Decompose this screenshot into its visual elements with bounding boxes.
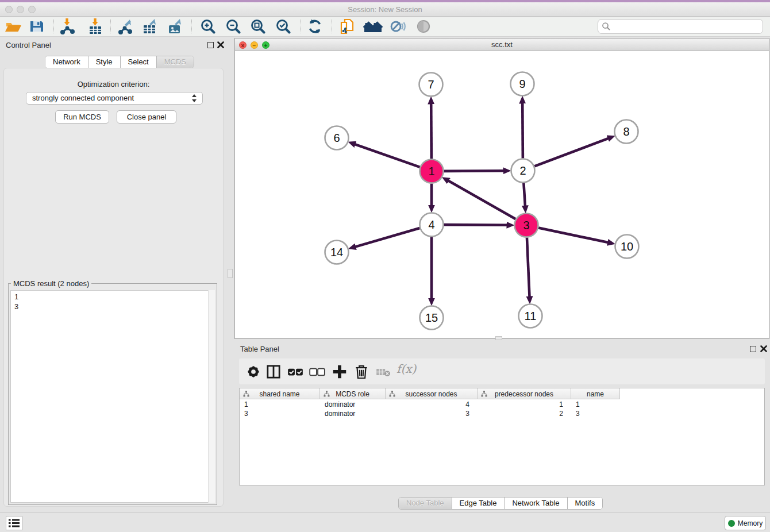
mcds-result-line: 1 [14,292,214,302]
column-header-label: MCDS role [336,390,369,398]
edge-3-11[interactable] [527,237,530,296]
mcds-result-line: 3 [14,302,214,311]
tab-motifs[interactable]: Motifs [568,498,603,509]
table-row[interactable]: 1dominator411 [240,400,764,409]
mcds-result-title: MCDS result (2 nodes) [11,279,91,288]
node-table: shared nameMCDS rolesuccessor nodesprede… [239,388,765,485]
homes-icon [363,18,383,35]
tab-select[interactable]: Select [121,56,157,68]
zoom-fit-button[interactable] [249,18,268,35]
memory-button-label: Memory [738,519,763,527]
edge-1-6[interactable] [355,144,420,167]
tab-edge-table[interactable]: Edge Table [452,498,505,509]
memory-button[interactable]: Memory [725,516,766,530]
folder-open-icon [4,18,22,35]
refresh-layout-button[interactable] [306,18,325,35]
edge-2-3[interactable] [523,183,525,206]
export-image-button[interactable] [167,18,185,35]
tab-network[interactable]: Network [45,56,88,68]
table-cell[interactable]: 1 [478,400,571,409]
horizontal-split-grip[interactable] [495,336,502,340]
edge-1-7[interactable] [431,103,432,159]
add-column-button[interactable] [331,363,348,380]
column-header-MCDS-role[interactable]: MCDS role [320,388,386,399]
network-graph: 7968124314101511 [235,51,769,338]
mcds-result-text[interactable]: 13 [10,290,215,503]
table-cell[interactable]: dominator [320,409,386,418]
import-table-button[interactable] [87,18,105,35]
table-cell[interactable]: 3 [386,409,478,418]
edge-1-2[interactable] [444,171,503,171]
network-canvas[interactable]: 7968124314101511 [235,51,769,338]
node-label-7: 7 [428,78,434,91]
attribute-type-icon [324,391,330,397]
function-builder-button[interactable]: f(x) [396,362,416,376]
result-scrollbar[interactable] [208,290,215,503]
table-panel-title: Table Panel [240,345,279,353]
table-cell[interactable]: 1 [571,400,620,409]
node-label-8: 8 [623,125,629,138]
tab-network-table[interactable]: Network Table [505,498,567,509]
export-table-button[interactable] [141,18,160,35]
close-panel-icon[interactable] [217,41,224,48]
clone-network-button[interactable] [338,18,357,35]
edge-4-3[interactable] [444,225,507,225]
unchecked-boxes-icon [309,363,326,380]
search-input[interactable] [598,19,763,34]
titlebar: Session: New Session [0,2,770,17]
table-cell[interactable]: 3 [240,409,320,418]
zoom-selected-button[interactable] [275,18,293,35]
edge-2-9[interactable] [522,103,523,158]
mcds-result-group: MCDS result (2 nodes) 13 [8,283,217,505]
table-cell[interactable]: 4 [386,400,478,409]
tab-node-table[interactable]: Node Table [399,498,452,509]
delete-table-button[interactable] [375,363,392,380]
node-label-9: 9 [519,78,525,90]
optimization-criterion-select[interactable]: strongly connected component [26,92,203,105]
table-cell[interactable]: dominator [320,400,386,409]
column-header-predecessor-nodes[interactable]: predecessor nodes [478,388,571,399]
edge-4-14[interactable] [355,228,419,247]
run-mcds-button[interactable]: Run MCDS [55,110,109,124]
export-network-button[interactable] [117,18,135,35]
edge-2-8[interactable] [534,138,609,167]
search-field-wrap [598,19,763,34]
delete-column-button[interactable] [353,363,370,380]
edge-3-10[interactable] [538,228,608,242]
float-panel-icon[interactable] [207,42,214,48]
edge-3-1[interactable] [448,181,515,219]
column-header-successor-nodes[interactable]: successor nodes [386,388,478,399]
toolbar-separator [301,20,301,33]
table-cell[interactable]: 3 [571,409,620,418]
close-panel-button[interactable]: Close panel [117,110,176,124]
column-header-name[interactable]: name [571,388,620,399]
attribute-type-icon [243,391,249,397]
main-toolbar [0,17,770,37]
tab-style[interactable]: Style [88,56,121,68]
float-table-panel-icon[interactable] [750,346,756,352]
hide-graphics-icon [389,18,406,35]
application-window: Session: New Session [0,0,770,532]
select-all-columns-button[interactable] [287,363,304,380]
column-header-shared-name[interactable]: shared name [240,388,320,399]
zoom-out-button[interactable] [225,18,243,35]
table-settings-button[interactable] [245,363,262,380]
split-columns-button[interactable] [265,363,282,380]
save-session-button[interactable] [28,18,47,35]
table-cell[interactable]: 2 [478,409,571,418]
close-table-panel-icon[interactable] [760,345,767,352]
trash-icon [353,363,370,380]
vertical-split-grip[interactable] [228,269,233,278]
deselect-all-columns-button[interactable] [309,363,326,380]
zoom-in-button[interactable] [199,18,218,35]
network-window-titlebar[interactable]: × − + scc.txt [235,38,769,51]
cyndex-home-button[interactable] [363,18,382,35]
hide-graphics-button[interactable] [389,18,407,35]
table-row[interactable]: 3dominator323 [240,409,764,418]
task-history-button[interactable] [6,516,22,530]
tab-mcds[interactable]: MCDS [157,56,194,68]
show-graphics-button[interactable] [415,18,433,35]
table-cell[interactable]: 1 [240,400,320,409]
open-session-button[interactable] [4,18,22,35]
import-network-button[interactable] [59,18,77,35]
